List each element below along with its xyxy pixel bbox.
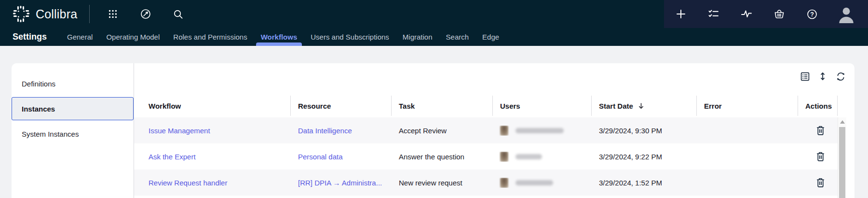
sort-descending-icon (637, 102, 645, 110)
trash-icon (816, 126, 825, 136)
start-date-cell: 3/29/2024, 9:30 PM (592, 127, 697, 135)
sidebar-item-instances[interactable]: Instances (12, 97, 134, 120)
page-title: Settings (13, 32, 47, 42)
activity-icon[interactable] (741, 8, 752, 20)
delete-instance-button[interactable] (816, 178, 825, 188)
collibra-logo-icon (12, 5, 30, 23)
workflow-cell: Issue Management (134, 127, 291, 135)
tab-edge[interactable]: Edge (475, 28, 506, 46)
sidebar-item-system-instances[interactable]: System Instances (12, 122, 134, 145)
tab-roles-and-permissions[interactable]: Roles and Permissions (166, 28, 254, 46)
start-date-cell: 3/29/2024, 1:52 PM (592, 179, 697, 187)
collibra-logo[interactable]: Collibra (12, 5, 77, 23)
row-height-icon[interactable] (817, 71, 828, 82)
start-date-cell: 3/29/2024, 9:22 PM (592, 153, 697, 161)
collibra-settings-page: Collibra (0, 0, 868, 198)
table-scrollbar[interactable] (838, 117, 846, 198)
column-header-actions: Actions (798, 96, 838, 116)
tab-general[interactable]: General (60, 28, 99, 46)
actions-cell (798, 152, 838, 162)
table-row: Ask the Expert Personal data Answer the … (134, 143, 838, 170)
task-cell: Answer the question (392, 153, 493, 161)
column-header-start-date[interactable]: Start Date (592, 96, 697, 116)
brand-row: Collibra (0, 0, 664, 28)
table-row: Issue Management Data Intelligence Accep… (134, 117, 838, 143)
tasks-checklist-icon[interactable] (708, 8, 719, 20)
column-header-users[interactable]: Users (493, 96, 592, 116)
column-header-workflow[interactable]: Workflow (134, 96, 291, 116)
user-name-blurred (515, 128, 564, 133)
workflow-link[interactable]: Issue Management (149, 127, 210, 135)
basket-icon[interactable] (773, 8, 785, 20)
user-name-blurred (515, 154, 542, 159)
scrollbar-up-arrow-icon[interactable] (840, 120, 845, 124)
column-header-resource[interactable]: Resource (291, 96, 392, 116)
user-avatar[interactable] (837, 5, 855, 23)
help-icon[interactable]: ? (806, 8, 818, 20)
sidebar-item-definitions[interactable]: Definitions (12, 72, 134, 95)
header-divider (89, 5, 90, 23)
user-avatar-blurred (500, 126, 508, 136)
tab-users-and-subscriptions[interactable]: Users and Subscriptions (304, 28, 396, 46)
workflow-cell: Review Request handler (134, 179, 291, 187)
resource-link[interactable]: Personal data (298, 153, 343, 161)
workflow-link[interactable]: Ask the Expert (149, 153, 196, 161)
scrollbar-thumb[interactable] (839, 127, 845, 198)
delete-instance-button[interactable] (816, 126, 825, 136)
tab-workflows[interactable]: Workflows (254, 28, 304, 46)
task-cell: New review request (392, 179, 493, 187)
users-cell (493, 178, 592, 188)
brand-name: Collibra (36, 7, 77, 21)
tab-operating-model[interactable]: Operating Model (99, 28, 166, 46)
search-icon[interactable] (172, 8, 184, 20)
svg-text:?: ? (810, 11, 814, 17)
trash-icon (816, 152, 825, 162)
user-name-blurred (515, 180, 553, 185)
tab-migration[interactable]: Migration (396, 28, 439, 46)
workflow-link[interactable]: Review Request handler (149, 179, 227, 187)
top-header: Collibra (0, 0, 868, 46)
column-header-error[interactable]: Error (697, 96, 798, 116)
content-card: Definitions Instances System Instances (12, 63, 854, 198)
resource-link[interactable]: Data Intelligence (298, 127, 352, 135)
user-avatar-blurred (500, 152, 508, 162)
delete-instance-button[interactable] (816, 152, 825, 162)
workflows-sidebar: Definitions Instances System Instances (12, 63, 134, 198)
resource-cell: [RR] DPIA → Administra... (291, 179, 392, 187)
resource-link[interactable]: [RR] DPIA → Administra... (298, 179, 382, 187)
user-avatar-blurred (500, 178, 508, 188)
resource-cell: Personal data (291, 153, 392, 161)
apps-grid-icon[interactable] (107, 8, 119, 20)
table-toolbar (800, 71, 846, 82)
task-cell: Accept Review (392, 127, 493, 135)
trash-icon (816, 178, 825, 188)
header-actions-panel: ? (664, 0, 868, 28)
actions-cell (798, 178, 838, 188)
tab-search[interactable]: Search (439, 28, 476, 46)
table-header-row: Workflow Resource Task Users Start Date … (134, 94, 838, 117)
refresh-icon[interactable] (835, 71, 846, 82)
settings-tab-bar: Settings General Operating Model Roles a… (0, 28, 868, 46)
compass-icon[interactable] (140, 8, 151, 20)
list-view-icon[interactable] (800, 71, 810, 82)
instances-table: Workflow Resource Task Users Start Date … (134, 94, 838, 196)
resource-cell: Data Intelligence (291, 127, 392, 135)
users-cell (493, 126, 592, 136)
users-cell (493, 152, 592, 162)
column-header-task[interactable]: Task (392, 96, 493, 116)
add-icon[interactable] (675, 8, 687, 20)
actions-cell (798, 126, 838, 136)
workflow-cell: Ask the Expert (134, 153, 291, 161)
table-row: Review Request handler [RR] DPIA → Admin… (134, 170, 838, 196)
